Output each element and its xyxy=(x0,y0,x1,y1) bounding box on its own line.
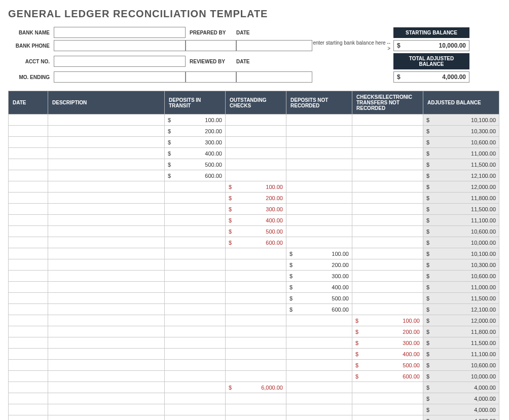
table-cell[interactable]: $11,500.00 xyxy=(423,293,499,304)
table-cell[interactable] xyxy=(165,304,226,315)
table-cell[interactable] xyxy=(352,293,423,304)
table-cell[interactable] xyxy=(165,326,226,337)
input-bank-phone[interactable] xyxy=(54,40,186,51)
table-cell[interactable] xyxy=(352,137,423,148)
table-cell[interactable] xyxy=(286,415,352,421)
table-cell[interactable] xyxy=(226,259,286,271)
table-cell[interactable] xyxy=(226,126,286,137)
table-cell[interactable] xyxy=(226,415,286,421)
table-cell[interactable] xyxy=(165,293,226,304)
cell-description[interactable] xyxy=(48,360,165,371)
cell-date[interactable] xyxy=(9,126,48,137)
table-cell[interactable] xyxy=(165,315,226,326)
table-cell[interactable] xyxy=(352,404,423,415)
table-cell[interactable]: $11,100.00 xyxy=(423,215,499,226)
table-cell[interactable] xyxy=(286,315,352,326)
cell-description[interactable] xyxy=(48,259,165,271)
table-cell[interactable] xyxy=(165,215,226,226)
table-cell[interactable]: $200.00 xyxy=(286,259,352,271)
cell-date[interactable] xyxy=(9,315,48,326)
cell-date[interactable] xyxy=(9,282,48,293)
cell-description[interactable] xyxy=(48,337,165,349)
table-cell[interactable] xyxy=(286,148,352,159)
input-date-2[interactable] xyxy=(236,71,312,83)
cell-date[interactable] xyxy=(9,181,48,193)
table-cell[interactable] xyxy=(165,393,226,404)
table-cell[interactable]: $10,100.00 xyxy=(423,248,499,259)
table-cell[interactable]: $200.00 xyxy=(226,193,286,204)
table-cell[interactable] xyxy=(286,371,352,382)
table-cell[interactable]: $500.00 xyxy=(165,159,226,170)
table-cell[interactable] xyxy=(286,393,352,404)
input-acct-no[interactable] xyxy=(54,56,186,67)
table-cell[interactable] xyxy=(165,337,226,349)
table-cell[interactable] xyxy=(165,415,226,421)
cell-description[interactable] xyxy=(48,382,165,393)
table-cell[interactable]: $300.00 xyxy=(286,271,352,282)
table-cell[interactable] xyxy=(352,204,423,215)
table-cell[interactable] xyxy=(165,237,226,248)
cell-description[interactable] xyxy=(48,237,165,248)
table-cell[interactable] xyxy=(286,360,352,371)
table-cell[interactable]: $4,000.00 xyxy=(423,382,499,393)
table-cell[interactable] xyxy=(352,114,423,126)
table-cell[interactable]: $11,500.00 xyxy=(423,159,499,170)
table-cell[interactable]: $600.00 xyxy=(286,304,352,315)
table-cell[interactable] xyxy=(352,170,423,181)
cell-date[interactable] xyxy=(9,148,48,159)
table-cell[interactable]: $11,800.00 xyxy=(423,193,499,204)
input-reviewed-by[interactable] xyxy=(186,71,236,83)
cell-date[interactable] xyxy=(9,271,48,282)
cell-date[interactable] xyxy=(9,170,48,181)
cell-description[interactable] xyxy=(48,137,165,148)
table-cell[interactable]: $11,500.00 xyxy=(423,204,499,215)
table-cell[interactable]: $12,100.00 xyxy=(423,170,499,181)
table-cell[interactable] xyxy=(226,137,286,148)
table-cell[interactable]: $11,500.00 xyxy=(423,337,499,349)
cell-date[interactable] xyxy=(9,404,48,415)
table-cell[interactable]: $500.00 xyxy=(226,226,286,237)
cell-description[interactable] xyxy=(48,271,165,282)
cell-description[interactable] xyxy=(48,204,165,215)
table-cell[interactable] xyxy=(286,126,352,137)
cell-description[interactable] xyxy=(48,226,165,237)
cell-description[interactable] xyxy=(48,148,165,159)
cell-description[interactable] xyxy=(48,170,165,181)
input-bank-name[interactable] xyxy=(54,27,186,38)
cell-description[interactable] xyxy=(48,326,165,337)
cell-description[interactable] xyxy=(48,304,165,315)
cell-date[interactable] xyxy=(9,293,48,304)
table-cell[interactable] xyxy=(226,282,286,293)
table-cell[interactable]: $500.00 xyxy=(352,360,423,371)
table-cell[interactable]: $10,600.00 xyxy=(423,360,499,371)
table-cell[interactable]: $400.00 xyxy=(165,148,226,159)
table-cell[interactable] xyxy=(226,315,286,326)
cell-date[interactable] xyxy=(9,371,48,382)
table-cell[interactable]: $10,000.00 xyxy=(423,371,499,382)
table-cell[interactable] xyxy=(286,237,352,248)
table-cell[interactable] xyxy=(352,148,423,159)
table-cell[interactable]: $4,000.00 xyxy=(423,404,499,415)
cell-date[interactable] xyxy=(9,204,48,215)
table-cell[interactable]: $600.00 xyxy=(165,170,226,181)
table-cell[interactable] xyxy=(352,304,423,315)
table-cell[interactable] xyxy=(165,404,226,415)
table-cell[interactable]: $10,600.00 xyxy=(423,137,499,148)
table-cell[interactable] xyxy=(352,282,423,293)
table-cell[interactable]: $300.00 xyxy=(165,137,226,148)
table-cell[interactable]: $12,000.00 xyxy=(423,181,499,193)
cell-date[interactable] xyxy=(9,304,48,315)
table-cell[interactable] xyxy=(286,170,352,181)
cell-description[interactable] xyxy=(48,193,165,204)
table-cell[interactable]: $600.00 xyxy=(352,371,423,382)
table-cell[interactable] xyxy=(165,248,226,259)
cell-date[interactable] xyxy=(9,237,48,248)
table-cell[interactable] xyxy=(165,382,226,393)
cell-date[interactable] xyxy=(9,193,48,204)
table-cell[interactable] xyxy=(226,360,286,371)
cell-date[interactable] xyxy=(9,360,48,371)
table-cell[interactable] xyxy=(165,181,226,193)
table-cell[interactable] xyxy=(226,349,286,360)
table-cell[interactable] xyxy=(226,304,286,315)
table-cell[interactable] xyxy=(165,226,226,237)
